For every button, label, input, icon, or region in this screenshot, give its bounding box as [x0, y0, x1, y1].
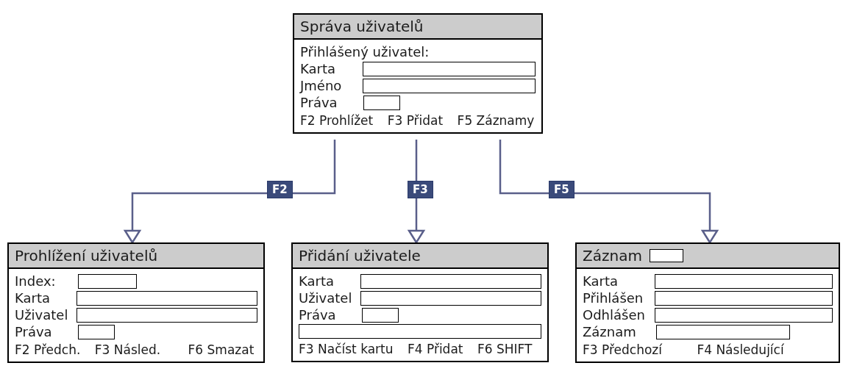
field-label-prava: Práva [15, 324, 72, 339]
field-jmeno[interactable] [363, 79, 536, 93]
node-footer: F2 Předch. F3 Násled. F6 Smazat [15, 342, 257, 357]
field-label-karta: Karta [583, 273, 649, 289]
field-karta[interactable] [655, 274, 833, 289]
svg-marker-2 [702, 231, 717, 242]
node-footer: F3 Načíst kartu F4 Přidat F6 SHIFT [299, 342, 541, 356]
action-f3-add[interactable]: F3 Přidat [388, 113, 444, 128]
edge-key-f3: F3 [408, 181, 433, 198]
field-label-karta: Karta [299, 273, 355, 289]
action-f3-prev[interactable]: F3 Předchozí [583, 342, 662, 357]
field-prava[interactable] [78, 325, 115, 339]
action-f6-shift[interactable]: F6 SHIFT [477, 342, 532, 356]
title-field[interactable] [650, 249, 683, 262]
node-browse-users: Prohlížení uživatelů Index: Karta Uživat… [7, 242, 265, 363]
action-f3-next[interactable]: F3 Násled. [95, 342, 160, 357]
field-label-karta: Karta [15, 290, 71, 306]
node-title: Prohlížení uživatelů [9, 244, 263, 269]
field-extra[interactable] [299, 324, 541, 339]
field-label-index: Index: [15, 273, 72, 289]
title-text: Prohlížení uživatelů [15, 247, 157, 265]
field-label-odhlasen: Odhlášen [583, 307, 649, 323]
svg-marker-1 [409, 231, 424, 242]
field-label-uzivatel: Uživatel [299, 290, 355, 306]
title-text: Záznam [583, 247, 642, 265]
svg-marker-0 [125, 231, 140, 242]
field-prava[interactable] [362, 308, 399, 323]
field-index[interactable] [78, 274, 137, 289]
action-f4-add[interactable]: F4 Přidat [408, 342, 463, 356]
node-footer: F2 Prohlížet F3 Přidat F5 Záznamy [300, 113, 536, 128]
field-karta[interactable] [360, 274, 541, 289]
action-f2-browse[interactable]: F2 Prohlížet [300, 113, 373, 128]
field-prava[interactable] [363, 96, 400, 110]
field-label-prava: Práva [300, 95, 357, 110]
edge-key-f2: F2 [267, 181, 293, 198]
action-f3-readcard[interactable]: F3 Načíst kartu [299, 342, 394, 356]
title-text: Správa uživatelů [300, 18, 424, 35]
field-zaznam[interactable] [656, 325, 790, 339]
action-f5-records[interactable]: F5 Záznamy [458, 113, 535, 128]
field-label-zaznam: Záznam [583, 324, 650, 339]
field-uzivatel[interactable] [77, 308, 257, 323]
action-f4-next[interactable]: F4 Následující [697, 342, 783, 357]
edge-key-f5: F5 [549, 181, 574, 198]
field-label-jmeno: Jméno [300, 78, 357, 93]
field-label-uzivatel: Uživatel [15, 307, 71, 323]
action-f2-prev[interactable]: F2 Předch. [15, 342, 80, 357]
node-footer: F3 Předchozí F4 Následující [583, 342, 833, 357]
node-record: Záznam Karta Přihlášen Odhlášen Záznam F… [575, 242, 840, 363]
node-title: Záznam [577, 244, 839, 269]
field-uzivatel[interactable] [360, 291, 541, 306]
field-prihlasen[interactable] [655, 291, 833, 306]
node-title: Přidání uživatele [293, 244, 547, 269]
node-user-management: Správa uživatelů Přihlášený uživatel: Ka… [293, 13, 543, 134]
field-karta[interactable] [363, 62, 536, 76]
field-label-prava: Práva [299, 307, 356, 323]
node-title: Správa uživatelů [294, 15, 541, 40]
node-add-user: Přidání uživatele Karta Uživatel Práva F… [291, 242, 549, 362]
field-label-prihlasen: Přihlášen [583, 290, 649, 306]
field-odhlasen[interactable] [655, 308, 833, 323]
field-karta[interactable] [77, 291, 257, 306]
title-text: Přidání uživatele [299, 247, 421, 265]
action-f6-delete[interactable]: F6 Smazat [188, 342, 255, 357]
logged-in-label: Přihlášený uživatel: [300, 44, 429, 60]
field-label-karta: Karta [300, 61, 357, 76]
